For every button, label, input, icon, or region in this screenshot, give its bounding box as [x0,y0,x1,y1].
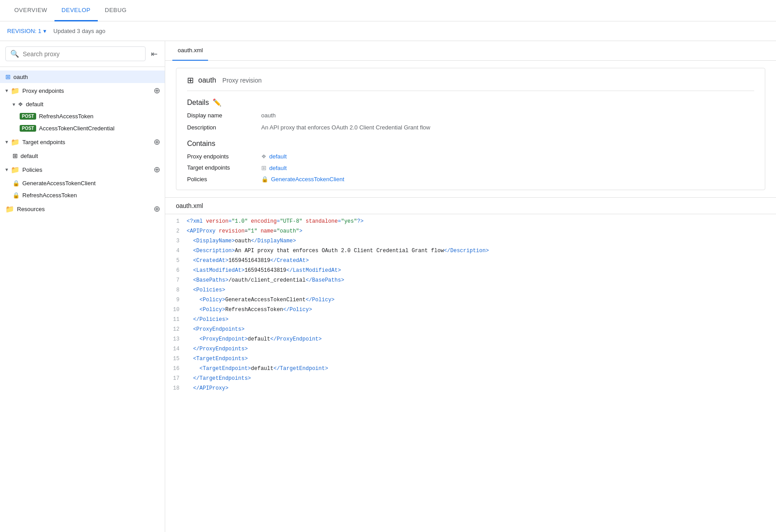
main-layout: 🔍 ⇤ ⊞ oauth ▾ 📁 Proxy endpoints ⊕ ▾ [0,41,776,532]
sidebar-tree: ⊞ oauth ▾ 📁 Proxy endpoints ⊕ ▾ ❖ defaul… [0,67,165,532]
sidebar-item-access-token-client[interactable]: POST AccessTokenClientCredential [0,122,165,134]
policies-link-text: GenerateAccessTokenClient [271,176,344,183]
tab-develop[interactable]: DEVELOP [54,0,98,21]
folder-icon-3: 📁 [11,166,20,174]
xml-line: 9 <Policy>GenerateAccessTokenClient</Pol… [165,296,776,306]
policies-link[interactable]: 🔒 GenerateAccessTokenClient [261,176,754,183]
target-default-label: default [21,153,161,159]
chevron-down-icon-4: ▾ [5,166,8,173]
details-section-title: Details ✏️ [187,98,754,107]
xml-line: 15 <TargetEndpoints> [165,355,776,365]
line-content: <ProxyEndpoint>default</ProxyEndpoint> [187,336,321,342]
revision-updated: Updated 3 days ago [54,28,105,34]
contains-section: Contains Proxy endpoints ❖ default Targe… [187,140,754,183]
collapse-sidebar-button[interactable]: ⇤ [149,47,159,61]
line-content: </ProxyEndpoints> [187,346,248,352]
xml-line: 18 </APIProxy> [165,385,776,395]
file-tab-oauth-xml[interactable]: oauth.xml [172,41,208,61]
add-target-endpoint-button[interactable]: ⊕ [153,137,161,147]
post-badge-access: POST [20,125,36,132]
xml-section: oauth.xml 1<?xml version="1.0" encoding=… [165,197,776,398]
sidebar-item-oauth[interactable]: ⊞ oauth [0,71,165,83]
xml-editor[interactable]: 1<?xml version="1.0" encoding="UTF-8" st… [165,214,776,398]
sidebar-item-target-default[interactable]: ⊞ default [0,150,165,162]
sidebar-item-generate-token[interactable]: 🔒 GenerateAccessTokenClient [0,177,165,189]
add-resource-button[interactable]: ⊕ [153,204,161,214]
line-number: 16 [165,366,187,372]
line-number: 15 [165,356,187,362]
line-number: 1 [165,218,187,224]
chevron-down-icon: ▾ [5,87,8,94]
contains-section-title: Contains [187,140,754,148]
sidebar-item-policies[interactable]: ▾ 📁 Policies ⊕ [0,162,165,177]
sidebar-item-target-endpoints[interactable]: ▾ 📁 Target endpoints ⊕ [0,134,165,150]
line-number: 4 [165,248,187,254]
content-scroll: ⊞ oauth Proxy revision Details ✏️ Displa… [165,61,776,532]
sidebar-item-proxy-default[interactable]: ▾ ❖ default [0,98,165,110]
search-input-wrap[interactable]: 🔍 [5,46,146,61]
access-token-label: AccessTokenClientCredential [39,125,161,132]
display-name-value: oauth [261,112,754,119]
line-number: 14 [165,346,187,352]
line-content: <LastModifiedAt>1659451643819</LastModif… [187,267,341,274]
target-endpoints-link-text: default [269,165,287,171]
details-card: ⊞ oauth Proxy revision Details ✏️ Displa… [176,68,765,190]
proxy-default-label: default [26,101,161,108]
line-number: 11 [165,316,187,323]
line-content: <DisplayName>oauth</DisplayName> [187,238,296,244]
line-content: <Description>An API proxy that enforces … [187,248,489,254]
line-content: <?xml version="1.0" encoding="UTF-8" sta… [187,218,363,224]
line-number: 13 [165,336,187,342]
chevron-down-icon-2: ▾ [13,101,15,108]
post-badge-refresh: POST [20,113,36,120]
grid-icon: ⊞ [5,73,11,80]
line-number: 2 [165,228,187,234]
line-content: <ProxyEndpoints> [187,326,245,332]
xml-line: 2<APIProxy revision="1" name="oauth"> [165,228,776,237]
edit-icon[interactable]: ✏️ [213,98,221,107]
contains-grid: Proxy endpoints ❖ default Target endpoin… [187,153,754,183]
target-endpoints-label: Target endpoints [22,139,150,145]
refresh-token-policy-label: RefreshAccessToken [22,192,161,199]
chevron-down-icon-3: ▾ [5,139,8,145]
sidebar-item-proxy-endpoints[interactable]: ▾ 📁 Proxy endpoints ⊕ [0,83,165,98]
line-number: 9 [165,297,187,303]
details-grid: Display name oauth Description An API pr… [187,112,754,131]
target-endpoints-link[interactable]: ⊞ default [261,164,754,171]
diamond-icon: ❖ [18,101,23,108]
target-endpoints-contains-label: Target endpoints [187,164,254,171]
generate-token-label: GenerateAccessTokenClient [22,180,161,187]
chevron-down-icon: ▾ [43,28,46,34]
xml-line: 4 <Description>An API proxy that enforce… [165,247,776,257]
search-input[interactable] [23,50,141,58]
add-policy-button[interactable]: ⊕ [153,165,161,175]
line-content: <APIProxy revision="1" name="oauth"> [187,228,302,234]
xml-line: 6 <LastModifiedAt>1659451643819</LastMod… [165,267,776,277]
sidebar-item-refresh-token-policy[interactable]: 🔒 RefreshAccessToken [0,189,165,201]
revision-button[interactable]: REVISION: 1 ▾ [7,28,46,34]
proxy-endpoints-link[interactable]: ❖ default [261,153,754,160]
sidebar-item-resources[interactable]: 📁 Resources ⊕ [0,201,165,216]
line-number: 3 [165,238,187,244]
xml-line: 8 <Policies> [165,287,776,296]
sidebar: 🔍 ⇤ ⊞ oauth ▾ 📁 Proxy endpoints ⊕ ▾ [0,41,165,532]
lock-icon: 🔒 [13,180,20,187]
add-proxy-endpoint-button[interactable]: ⊕ [153,86,161,96]
tab-overview[interactable]: OVERVIEW [7,0,54,21]
line-number: 17 [165,375,187,382]
xml-line: 7 <BasePaths>/oauth/client_credential</B… [165,277,776,287]
tab-debug[interactable]: DEBUG [98,0,134,21]
line-content: <TargetEndpoints> [187,356,248,362]
xml-line: 10 <Policy>RefreshAccessToken</Policy> [165,306,776,316]
proxy-endpoints-link-text: default [269,153,287,160]
xml-line: 13 <ProxyEndpoint>default</ProxyEndpoint… [165,336,776,345]
sidebar-item-refresh-access-token[interactable]: POST RefreshAccessToken [0,110,165,122]
line-number: 8 [165,287,187,293]
line-content: <Policy>RefreshAccessToken</Policy> [187,307,312,313]
xml-line: 14 </ProxyEndpoints> [165,345,776,355]
resources-label: Resources [17,206,150,212]
grid-icon-target: ⊞ [13,152,18,159]
line-number: 7 [165,277,187,283]
proxy-header: ⊞ oauth Proxy revision [187,75,754,91]
xml-line: 1<?xml version="1.0" encoding="UTF-8" st… [165,218,776,228]
